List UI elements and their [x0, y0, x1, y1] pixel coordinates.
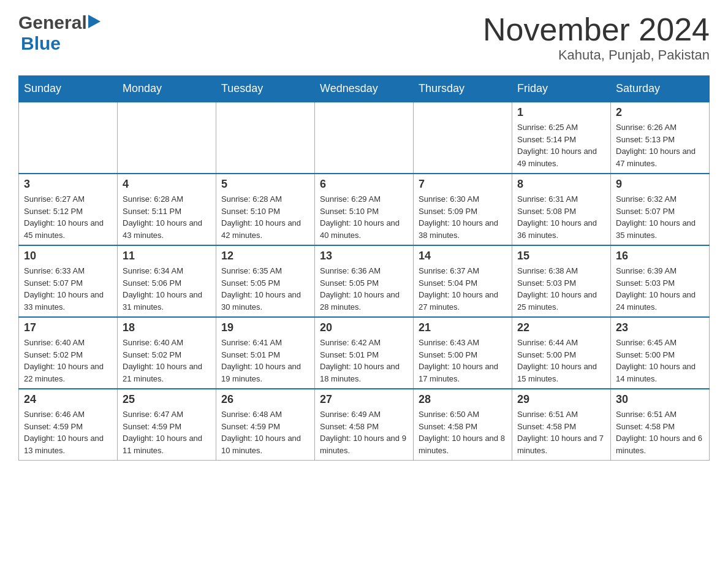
day-of-week-header: Thursday	[414, 76, 512, 102]
day-number: 2	[616, 106, 704, 119]
calendar-day-cell	[216, 102, 315, 174]
calendar-day-cell: 5Sunrise: 6:28 AM Sunset: 5:10 PM Daylig…	[216, 174, 315, 245]
day-number: 13	[320, 250, 408, 262]
day-info: Sunrise: 6:46 AM Sunset: 4:59 PM Dayligh…	[24, 408, 112, 456]
svg-marker-0	[88, 15, 100, 28]
day-number: 10	[24, 250, 112, 262]
day-number: 5	[221, 178, 309, 191]
day-info: Sunrise: 6:39 AM Sunset: 5:03 PM Dayligh…	[616, 265, 704, 313]
day-info: Sunrise: 6:33 AM Sunset: 5:07 PM Dayligh…	[24, 265, 112, 313]
day-number: 26	[221, 393, 309, 406]
calendar-day-cell: 22Sunrise: 6:44 AM Sunset: 5:00 PM Dayli…	[512, 317, 611, 389]
day-number: 6	[320, 178, 408, 191]
day-number: 3	[24, 178, 112, 191]
day-info: Sunrise: 6:35 AM Sunset: 5:05 PM Dayligh…	[221, 265, 309, 313]
day-number: 11	[123, 250, 211, 262]
day-info: Sunrise: 6:31 AM Sunset: 5:08 PM Dayligh…	[517, 193, 605, 241]
day-number: 17	[24, 321, 112, 334]
day-info: Sunrise: 6:28 AM Sunset: 5:10 PM Dayligh…	[221, 193, 309, 241]
calendar-day-cell: 3Sunrise: 6:27 AM Sunset: 5:12 PM Daylig…	[19, 174, 118, 245]
page-header: General Blue November 2024 Kahuta, Punja…	[18, 12, 710, 63]
calendar-day-cell: 29Sunrise: 6:51 AM Sunset: 4:58 PM Dayli…	[512, 389, 611, 461]
location: Kahuta, Punjab, Pakistan	[483, 47, 710, 63]
day-info: Sunrise: 6:43 AM Sunset: 5:00 PM Dayligh…	[419, 337, 507, 385]
calendar-week-row: 1Sunrise: 6:25 AM Sunset: 5:14 PM Daylig…	[19, 102, 710, 174]
day-info: Sunrise: 6:50 AM Sunset: 4:58 PM Dayligh…	[419, 408, 507, 456]
calendar-day-cell	[19, 102, 118, 174]
day-number: 16	[616, 250, 704, 262]
calendar-day-cell: 17Sunrise: 6:40 AM Sunset: 5:02 PM Dayli…	[19, 317, 118, 389]
calendar-week-row: 10Sunrise: 6:33 AM Sunset: 5:07 PM Dayli…	[19, 245, 710, 317]
day-info: Sunrise: 6:51 AM Sunset: 4:58 PM Dayligh…	[517, 408, 605, 456]
day-number: 21	[419, 321, 507, 334]
calendar-day-cell: 6Sunrise: 6:29 AM Sunset: 5:10 PM Daylig…	[315, 174, 414, 245]
day-of-week-header: Sunday	[19, 76, 118, 102]
logo-triangle-icon	[88, 15, 100, 28]
day-of-week-header: Saturday	[611, 76, 710, 102]
calendar-week-row: 17Sunrise: 6:40 AM Sunset: 5:02 PM Dayli…	[19, 317, 710, 389]
calendar-table: SundayMondayTuesdayWednesdayThursdayFrid…	[18, 75, 710, 461]
day-of-week-header: Wednesday	[315, 76, 414, 102]
calendar-week-row: 24Sunrise: 6:46 AM Sunset: 4:59 PM Dayli…	[19, 389, 710, 461]
calendar-day-cell	[315, 102, 414, 174]
day-number: 29	[517, 393, 605, 406]
day-info: Sunrise: 6:27 AM Sunset: 5:12 PM Dayligh…	[24, 193, 112, 241]
day-number: 18	[123, 321, 211, 334]
day-info: Sunrise: 6:51 AM Sunset: 4:58 PM Dayligh…	[616, 408, 704, 456]
calendar-day-cell: 18Sunrise: 6:40 AM Sunset: 5:02 PM Dayli…	[118, 317, 216, 389]
calendar-day-cell: 12Sunrise: 6:35 AM Sunset: 5:05 PM Dayli…	[216, 245, 315, 317]
calendar-day-cell: 9Sunrise: 6:32 AM Sunset: 5:07 PM Daylig…	[611, 174, 710, 245]
day-info: Sunrise: 6:40 AM Sunset: 5:02 PM Dayligh…	[123, 337, 211, 385]
calendar-week-row: 3Sunrise: 6:27 AM Sunset: 5:12 PM Daylig…	[19, 174, 710, 245]
calendar-day-cell: 2Sunrise: 6:26 AM Sunset: 5:13 PM Daylig…	[611, 102, 710, 174]
month-title: November 2024	[483, 12, 710, 47]
day-of-week-header: Monday	[118, 76, 216, 102]
calendar-day-cell: 15Sunrise: 6:38 AM Sunset: 5:03 PM Dayli…	[512, 245, 611, 317]
day-number: 1	[517, 106, 605, 119]
day-number: 25	[123, 393, 211, 406]
calendar-header-row: SundayMondayTuesdayWednesdayThursdayFrid…	[19, 76, 710, 102]
title-section: November 2024 Kahuta, Punjab, Pakistan	[483, 12, 710, 63]
calendar-day-cell: 8Sunrise: 6:31 AM Sunset: 5:08 PM Daylig…	[512, 174, 611, 245]
day-info: Sunrise: 6:49 AM Sunset: 4:58 PM Dayligh…	[320, 408, 408, 456]
day-number: 22	[517, 321, 605, 334]
day-info: Sunrise: 6:42 AM Sunset: 5:01 PM Dayligh…	[320, 337, 408, 385]
logo: General Blue	[18, 12, 100, 54]
day-info: Sunrise: 6:37 AM Sunset: 5:04 PM Dayligh…	[419, 265, 507, 313]
calendar-day-cell: 30Sunrise: 6:51 AM Sunset: 4:58 PM Dayli…	[611, 389, 710, 461]
calendar-day-cell: 23Sunrise: 6:45 AM Sunset: 5:00 PM Dayli…	[611, 317, 710, 389]
day-info: Sunrise: 6:32 AM Sunset: 5:07 PM Dayligh…	[616, 193, 704, 241]
day-number: 20	[320, 321, 408, 334]
calendar-day-cell: 13Sunrise: 6:36 AM Sunset: 5:05 PM Dayli…	[315, 245, 414, 317]
day-number: 9	[616, 178, 704, 191]
day-number: 23	[616, 321, 704, 334]
calendar-day-cell: 28Sunrise: 6:50 AM Sunset: 4:58 PM Dayli…	[414, 389, 512, 461]
calendar-day-cell	[118, 102, 216, 174]
calendar-day-cell: 24Sunrise: 6:46 AM Sunset: 4:59 PM Dayli…	[19, 389, 118, 461]
day-number: 27	[320, 393, 408, 406]
day-info: Sunrise: 6:38 AM Sunset: 5:03 PM Dayligh…	[517, 265, 605, 313]
day-info: Sunrise: 6:25 AM Sunset: 5:14 PM Dayligh…	[517, 121, 605, 169]
day-info: Sunrise: 6:36 AM Sunset: 5:05 PM Dayligh…	[320, 265, 408, 313]
calendar-day-cell: 14Sunrise: 6:37 AM Sunset: 5:04 PM Dayli…	[414, 245, 512, 317]
day-number: 4	[123, 178, 211, 191]
day-info: Sunrise: 6:48 AM Sunset: 4:59 PM Dayligh…	[221, 408, 309, 456]
calendar-day-cell: 16Sunrise: 6:39 AM Sunset: 5:03 PM Dayli…	[611, 245, 710, 317]
calendar-day-cell: 11Sunrise: 6:34 AM Sunset: 5:06 PM Dayli…	[118, 245, 216, 317]
day-of-week-header: Friday	[512, 76, 611, 102]
day-info: Sunrise: 6:45 AM Sunset: 5:00 PM Dayligh…	[616, 337, 704, 385]
day-info: Sunrise: 6:26 AM Sunset: 5:13 PM Dayligh…	[616, 121, 704, 169]
calendar-day-cell	[414, 102, 512, 174]
day-number: 30	[616, 393, 704, 406]
day-number: 24	[24, 393, 112, 406]
logo-general: General	[18, 12, 87, 33]
day-info: Sunrise: 6:40 AM Sunset: 5:02 PM Dayligh…	[24, 337, 112, 385]
day-number: 12	[221, 250, 309, 262]
logo-blue: Blue	[21, 33, 61, 54]
day-info: Sunrise: 6:41 AM Sunset: 5:01 PM Dayligh…	[221, 337, 309, 385]
calendar-day-cell: 20Sunrise: 6:42 AM Sunset: 5:01 PM Dayli…	[315, 317, 414, 389]
day-number: 15	[517, 250, 605, 262]
calendar-day-cell: 19Sunrise: 6:41 AM Sunset: 5:01 PM Dayli…	[216, 317, 315, 389]
day-number: 14	[419, 250, 507, 262]
day-number: 8	[517, 178, 605, 191]
